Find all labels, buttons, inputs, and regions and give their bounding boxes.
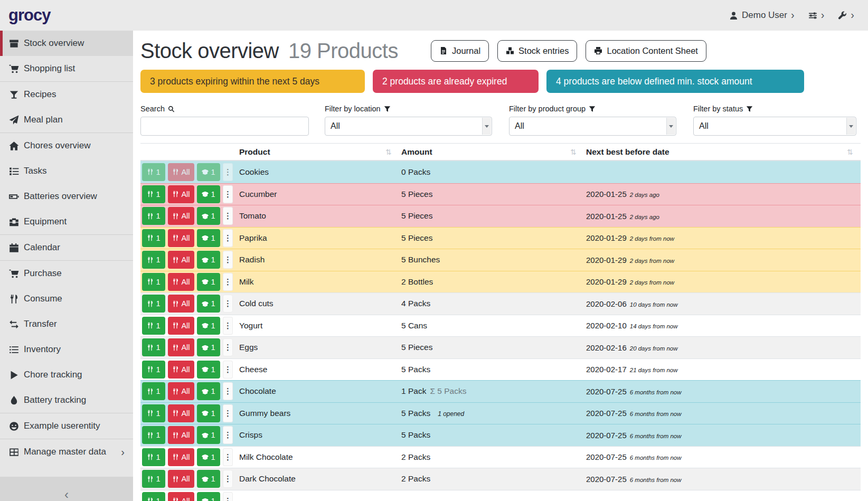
row-more-menu-button[interactable]: ⋮ — [223, 295, 233, 313]
admin-menu[interactable]: › — [838, 10, 854, 22]
sidebar-item-shopping-list[interactable]: Shopping list — [0, 56, 133, 81]
consume-one-button[interactable]: 1 — [142, 492, 165, 501]
row-more-menu-button[interactable]: ⋮ — [223, 492, 233, 501]
open-one-button[interactable]: 1 — [197, 317, 220, 335]
below-min-stock-alert[interactable]: 4 products are below defined min. stock … — [546, 70, 804, 93]
row-more-menu-button[interactable]: ⋮ — [223, 163, 233, 181]
open-one-button[interactable]: 1 — [197, 492, 220, 501]
consume-one-button[interactable]: 1 — [142, 338, 165, 356]
expired-alert[interactable]: 2 products are already expired — [373, 70, 539, 93]
consume-all-button[interactable]: All — [168, 426, 194, 444]
sidebar-item-example-userentity[interactable]: Example userentity — [0, 413, 133, 439]
consume-one-button[interactable]: 1 — [142, 426, 165, 444]
sidebar-item-tasks[interactable]: Tasks — [0, 158, 133, 184]
sidebar-item-inventory[interactable]: Inventory — [0, 337, 133, 362]
journal-button[interactable]: Journal — [431, 40, 489, 62]
open-one-button[interactable]: 1 — [197, 163, 220, 181]
sort-icon[interactable]: ⇅ — [847, 148, 853, 156]
row-more-menu-button[interactable]: ⋮ — [223, 470, 233, 488]
consume-all-button[interactable]: All — [168, 163, 194, 181]
sort-icon[interactable]: ⇅ — [385, 148, 392, 156]
consume-all-button[interactable]: All — [168, 361, 194, 379]
consume-all-button[interactable]: All — [168, 295, 194, 313]
sidebar-item-battery-tracking[interactable]: Battery tracking — [0, 387, 133, 413]
consume-all-button[interactable]: All — [168, 382, 194, 400]
open-one-button[interactable]: 1 — [197, 273, 220, 291]
consume-all-button[interactable]: All — [168, 448, 194, 466]
open-one-button[interactable]: 1 — [197, 470, 220, 488]
status-select[interactable]: All — [693, 117, 856, 136]
sidebar-collapse-button[interactable]: ‹ — [64, 488, 69, 501]
row-more-menu-button[interactable]: ⋮ — [223, 273, 233, 291]
open-one-button[interactable]: 1 — [197, 361, 220, 379]
row-more-menu-button[interactable]: ⋮ — [223, 251, 233, 269]
row-more-menu-button[interactable]: ⋮ — [223, 361, 233, 379]
search-input[interactable] — [140, 117, 309, 136]
product-group-select[interactable]: All — [509, 117, 676, 136]
row-more-menu-button[interactable]: ⋮ — [223, 382, 233, 400]
consume-one-button[interactable]: 1 — [142, 163, 165, 181]
open-one-button[interactable]: 1 — [197, 207, 220, 225]
open-one-button[interactable]: 1 — [197, 295, 220, 313]
row-more-menu-button[interactable]: ⋮ — [223, 338, 233, 356]
open-one-button[interactable]: 1 — [197, 338, 220, 356]
consume-one-button[interactable]: 1 — [142, 185, 165, 203]
sidebar-item-chore-tracking[interactable]: Chore tracking — [0, 362, 133, 387]
sort-icon[interactable]: ⇅ — [570, 148, 577, 156]
column-header-amount[interactable]: Amount ⇅ — [399, 144, 584, 160]
sidebar-item-recipes[interactable]: Recipes — [0, 82, 133, 107]
consume-all-button[interactable]: All — [168, 207, 194, 225]
row-more-menu-button[interactable]: ⋮ — [223, 229, 233, 247]
column-header-product[interactable]: Product ⇅ — [238, 144, 399, 160]
open-one-button[interactable]: 1 — [197, 251, 220, 269]
consume-one-button[interactable]: 1 — [142, 470, 165, 488]
consume-one-button[interactable]: 1 — [142, 317, 165, 335]
sidebar-item-equipment[interactable]: Equipment — [0, 209, 133, 234]
consume-one-button[interactable]: 1 — [142, 207, 165, 225]
row-more-menu-button[interactable]: ⋮ — [223, 404, 233, 422]
consume-all-button[interactable]: All — [168, 251, 194, 269]
consume-all-button[interactable]: All — [168, 273, 194, 291]
sidebar-item-manage-master-data[interactable]: Manage master data › — [0, 439, 133, 465]
open-one-button[interactable]: 1 — [197, 185, 220, 203]
settings-menu[interactable]: › — [808, 10, 825, 22]
consume-one-button[interactable]: 1 — [142, 273, 165, 291]
consume-one-button[interactable]: 1 — [142, 448, 165, 466]
open-one-button[interactable]: 1 — [197, 404, 220, 422]
consume-one-button[interactable]: 1 — [142, 361, 165, 379]
column-header-next-best-before-date[interactable]: Next best before date ⇅ — [584, 144, 861, 160]
stock-entries-button[interactable]: Stock entries — [497, 40, 577, 62]
consume-all-button[interactable]: All — [168, 317, 194, 335]
consume-one-button[interactable]: 1 — [142, 229, 165, 247]
sidebar-item-meal-plan[interactable]: Meal plan — [0, 107, 133, 133]
row-more-menu-button[interactable]: ⋮ — [223, 426, 233, 444]
row-more-menu-button[interactable]: ⋮ — [223, 207, 233, 225]
consume-all-button[interactable]: All — [168, 470, 194, 488]
consume-all-button[interactable]: All — [168, 338, 194, 356]
sidebar-item-stock-overview[interactable]: Stock overview — [0, 31, 133, 56]
row-more-menu-button[interactable]: ⋮ — [223, 317, 233, 335]
expiring-soon-alert[interactable]: 3 products expiring within the next 5 da… — [140, 70, 365, 93]
open-one-button[interactable]: 1 — [197, 426, 220, 444]
location-select[interactable]: All — [325, 117, 492, 136]
row-more-menu-button[interactable]: ⋮ — [223, 185, 233, 203]
open-one-button[interactable]: 1 — [197, 229, 220, 247]
sidebar-item-chores-overview[interactable]: Chores overview — [0, 133, 133, 158]
location-content-sheet-button[interactable]: Location Content Sheet — [586, 40, 706, 62]
consume-one-button[interactable]: 1 — [142, 251, 165, 269]
sidebar-item-batteries-overview[interactable]: Batteries overview — [0, 184, 133, 209]
consume-all-button[interactable]: All — [168, 185, 194, 203]
consume-all-button[interactable]: All — [168, 492, 194, 501]
sidebar-item-purchase[interactable]: Purchase — [0, 261, 133, 286]
consume-one-button[interactable]: 1 — [142, 382, 165, 400]
consume-one-button[interactable]: 1 — [142, 295, 165, 313]
row-more-menu-button[interactable]: ⋮ — [223, 448, 233, 466]
consume-one-button[interactable]: 1 — [142, 404, 165, 422]
consume-all-button[interactable]: All — [168, 404, 194, 422]
sidebar-item-calendar[interactable]: Calendar — [0, 235, 133, 260]
open-one-button[interactable]: 1 — [197, 382, 220, 400]
sidebar-item-consume[interactable]: Consume — [0, 286, 133, 311]
user-menu[interactable]: Demo User › — [729, 10, 795, 22]
consume-all-button[interactable]: All — [168, 229, 194, 247]
open-one-button[interactable]: 1 — [197, 448, 220, 466]
